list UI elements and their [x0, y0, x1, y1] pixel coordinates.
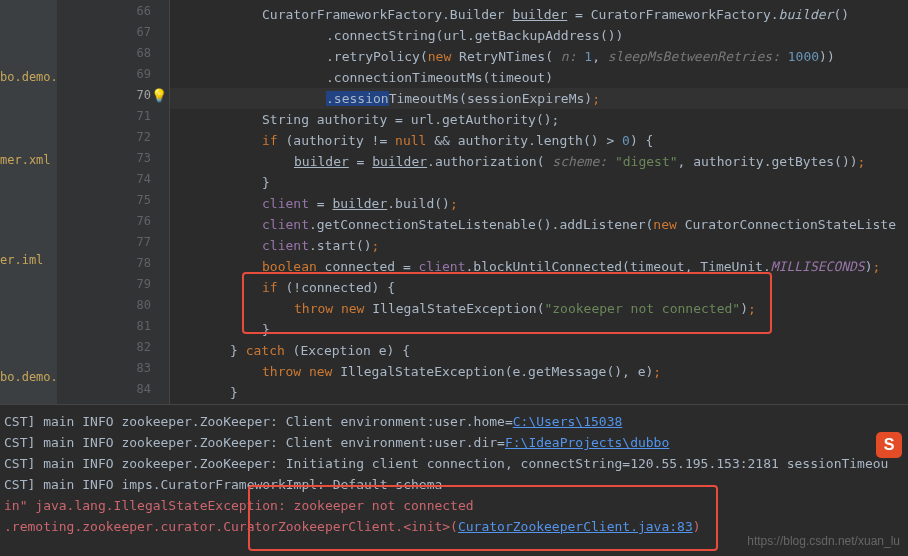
watermark-text: https://blog.csdn.net/xuan_lu [747, 534, 900, 548]
main-area: bo.demo.co mer.xml er.iml bo.demo.pro 66… [0, 0, 908, 404]
intention-bulb-icon[interactable]: 💡 [151, 88, 167, 103]
line-gutter: 66 67 68 69 70 💡 71 72 73 74 75 76 77 78… [58, 0, 170, 404]
console-line: CST] main INFO zookeeper.ZooKeeper: Init… [4, 453, 904, 474]
file-item[interactable]: mer.xml [0, 153, 51, 167]
console-link[interactable]: C:\Users\15038 [513, 414, 623, 429]
console-line: CST] main INFO zookeeper.ZooKeeper: Clie… [4, 411, 904, 432]
file-item[interactable]: er.iml [0, 253, 43, 267]
console-error-line: in" java.lang.IllegalStateException: zoo… [4, 495, 904, 516]
code-content[interactable]: CuratorFrameworkFactory.Builder builder … [170, 0, 908, 404]
console-link[interactable]: F:\IdeaProjects\dubbo [505, 435, 669, 450]
console-line: CST] main INFO imps.CuratorFrameworkImpl… [4, 474, 904, 495]
console-link[interactable]: CuratorZookeeperClient.java:83 [458, 519, 693, 534]
console-line: CST] main INFO zookeeper.ZooKeeper: Clie… [4, 432, 904, 453]
project-sidebar[interactable]: bo.demo.co mer.xml er.iml bo.demo.pro [0, 0, 58, 404]
sogou-ime-icon[interactable]: S [876, 432, 902, 458]
code-editor[interactable]: 66 67 68 69 70 💡 71 72 73 74 75 76 77 78… [58, 0, 908, 404]
